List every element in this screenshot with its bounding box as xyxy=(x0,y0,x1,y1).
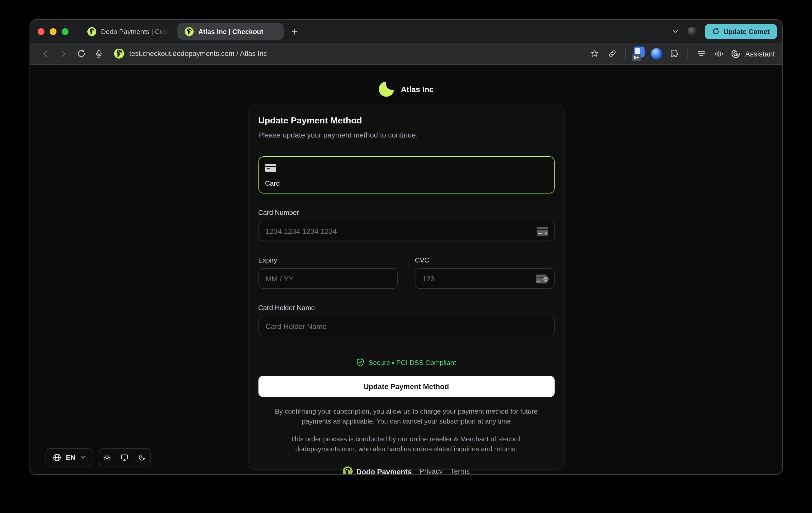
dodo-payments-link[interactable]: Dodo Payments xyxy=(343,467,412,475)
dodo-logo-icon xyxy=(343,467,353,475)
holder-name-label: Card Holder Name xyxy=(258,304,554,312)
language-code: EN xyxy=(66,453,75,461)
svg-text:123: 123 xyxy=(544,278,548,280)
globe-icon xyxy=(53,453,61,461)
holder-name-input[interactable] xyxy=(258,316,554,336)
reading-list-icon[interactable] xyxy=(693,46,709,61)
privacy-link[interactable]: Privacy xyxy=(419,468,443,475)
payment-method-card-option[interactable]: Card xyxy=(258,156,554,193)
expiry-label: Expiry xyxy=(258,256,398,264)
secure-text: Secure ▪ PCI DSS Compliant xyxy=(369,359,456,366)
bookmark-star-icon[interactable] xyxy=(586,46,602,61)
update-comet-button[interactable]: Update Comet xyxy=(705,24,777,39)
new-tab-button[interactable]: + xyxy=(291,26,298,37)
expiry-input[interactable] xyxy=(258,268,398,289)
refresh-icon xyxy=(712,28,719,35)
window-controls xyxy=(38,28,68,35)
extensions-puzzle-icon[interactable] xyxy=(667,46,682,61)
close-window-button[interactable] xyxy=(38,28,45,35)
extension-badge: 9+ xyxy=(632,54,641,61)
tab-bar: Dodo Payments | Customer Atlas Inc | Che… xyxy=(30,20,782,43)
disc-extension-icon[interactable] xyxy=(649,46,664,61)
zoom-window-button[interactable] xyxy=(62,28,68,35)
card-number-input[interactable] xyxy=(258,221,554,241)
comet-assistant-icon xyxy=(731,49,741,59)
page-preferences: EN xyxy=(46,448,151,466)
microphone-icon[interactable] xyxy=(91,46,107,61)
screen: Dodo Payments | Customer Atlas Inc | Che… xyxy=(0,0,812,513)
expiry-field: Expiry xyxy=(258,256,398,304)
theme-light-button[interactable] xyxy=(98,449,116,466)
merchant-of-record-text: This order process is conducted by our o… xyxy=(259,434,553,454)
language-selector[interactable]: EN xyxy=(46,448,93,466)
navigation-toolbar: test.checkout.dodopayments.com / Atlas I… xyxy=(30,43,782,65)
atlas-logo-icon xyxy=(379,82,394,97)
update-payment-method-button[interactable]: Update Payment Method xyxy=(258,376,554,397)
merchant-name: Atlas Inc xyxy=(401,85,433,94)
tab-title: Atlas Inc | Checkout xyxy=(198,27,263,35)
card-number-label: Card Number xyxy=(258,209,554,216)
tab-atlas-checkout[interactable]: Atlas Inc | Checkout xyxy=(177,23,284,40)
panel-footer: Dodo Payments Privacy Terms xyxy=(258,467,554,475)
minimize-window-button[interactable] xyxy=(50,28,57,35)
cvc-card-icon: 123 xyxy=(535,274,549,283)
theme-system-button[interactable] xyxy=(116,449,133,466)
terms-link[interactable]: Terms xyxy=(451,468,470,475)
shield-check-icon xyxy=(356,358,365,367)
subscription-terms-text: By confirming your subscription, you all… xyxy=(259,407,553,426)
toolbar-divider xyxy=(625,49,626,59)
tab-title: Dodo Payments | Customer xyxy=(101,27,170,35)
payment-option-label: Card xyxy=(265,179,548,187)
toolbar-divider xyxy=(688,49,688,59)
voice-mode-icon[interactable] xyxy=(711,46,727,61)
theme-switcher xyxy=(98,448,151,466)
site-favicon-icon xyxy=(114,49,124,59)
payment-panel: Update Payment Method Please update your… xyxy=(248,104,564,470)
url-text: test.checkout.dodopayments.com / Atlas I… xyxy=(129,50,267,58)
cvc-input[interactable] xyxy=(415,268,554,289)
secure-badge: Secure ▪ PCI DSS Compliant xyxy=(258,358,554,367)
dodo-favicon-icon xyxy=(87,27,96,36)
merchant-brand: Atlas Inc xyxy=(30,82,782,97)
back-button[interactable] xyxy=(38,46,53,61)
panel-title: Update Payment Method xyxy=(258,116,554,126)
tab-dodo-payments[interactable]: Dodo Payments | Customer xyxy=(80,23,177,40)
cvc-label: CVC xyxy=(415,256,554,264)
copy-link-icon[interactable] xyxy=(604,46,620,61)
forward-button[interactable] xyxy=(55,46,71,61)
profile-avatar[interactable] xyxy=(688,26,697,36)
credit-card-icon xyxy=(265,164,548,172)
address-bar[interactable]: test.checkout.dodopayments.com / Atlas I… xyxy=(114,49,267,59)
chevron-down-icon xyxy=(80,454,86,460)
assistant-button[interactable]: Assistant xyxy=(731,49,775,59)
reload-button[interactable] xyxy=(73,46,89,61)
browser-window: Dodo Payments | Customer Atlas Inc | Che… xyxy=(30,19,783,475)
dodo-favicon-icon xyxy=(185,27,194,36)
tab-search-chevron-icon[interactable] xyxy=(672,28,679,35)
checkout-page: Atlas Inc Update Payment Method Please u… xyxy=(30,65,782,475)
extension-update-icon[interactable]: 9+ xyxy=(631,46,647,61)
cvc-field: CVC 123 xyxy=(415,256,554,304)
theme-dark-button[interactable] xyxy=(133,449,150,466)
card-brand-icon xyxy=(536,227,549,235)
panel-subtitle: Please update your payment method to con… xyxy=(258,131,554,139)
